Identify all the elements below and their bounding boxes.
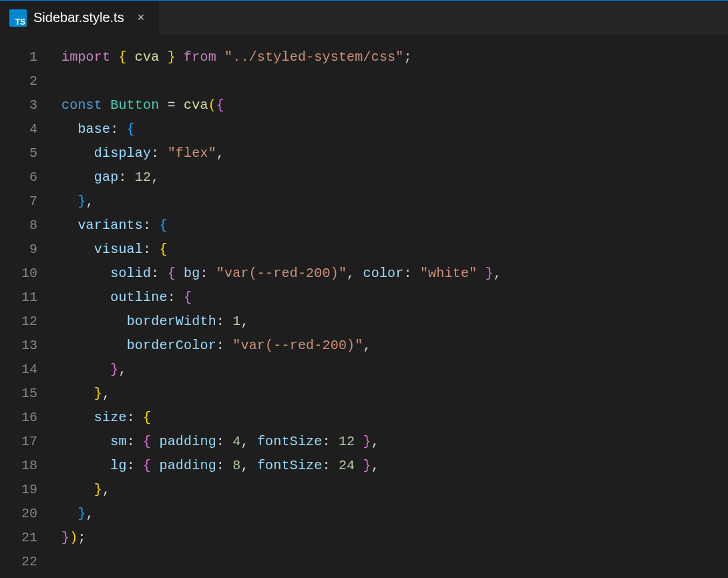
code-line: 17 sm: { padding: 4, fontSize: 12 }, xyxy=(0,430,728,454)
code-content: }, xyxy=(61,382,110,406)
code-line: 22 xyxy=(0,550,728,574)
code-content: sm: { padding: 4, fontSize: 12 }, xyxy=(61,430,379,454)
line-number: 8 xyxy=(0,214,61,238)
line-number: 17 xyxy=(0,430,61,454)
line-number: 19 xyxy=(0,478,61,502)
code-line: 10 solid: { bg: "var(--red-200)", color:… xyxy=(0,262,728,286)
code-editor[interactable]: 1 import { cva } from "../styled-system/… xyxy=(0,35,728,574)
code-content: variants: { xyxy=(61,214,168,238)
code-line: 1 import { cva } from "../styled-system/… xyxy=(0,45,728,69)
code-line: 9 visual: { xyxy=(0,238,728,262)
code-content: }, xyxy=(61,358,127,382)
code-content: lg: { padding: 8, fontSize: 24 }, xyxy=(61,454,379,478)
line-number: 6 xyxy=(0,166,61,190)
file-tab[interactable]: TS Sidebar.style.ts × xyxy=(0,1,160,35)
code-line: 14 }, xyxy=(0,358,728,382)
code-content: }); xyxy=(61,526,86,550)
line-number: 11 xyxy=(0,286,61,310)
line-number: 4 xyxy=(0,117,61,141)
tab-bar: TS Sidebar.style.ts × xyxy=(0,0,728,35)
code-line: 13 borderColor: "var(--red-200)", xyxy=(0,334,728,358)
line-number: 1 xyxy=(0,45,61,69)
line-number: 9 xyxy=(0,238,61,262)
code-content: outline: { xyxy=(61,286,192,310)
line-number: 21 xyxy=(0,526,61,550)
code-content: const Button = cva({ xyxy=(61,93,224,117)
line-number: 5 xyxy=(0,141,61,166)
code-content: display: "flex", xyxy=(61,141,224,166)
code-line: 18 lg: { padding: 8, fontSize: 24 }, xyxy=(0,454,728,478)
code-content: solid: { bg: "var(--red-200)", color: "w… xyxy=(61,262,502,286)
line-number: 3 xyxy=(0,93,61,117)
code-line: 11 outline: { xyxy=(0,286,728,310)
code-content: base: { xyxy=(61,117,135,141)
code-content: }, xyxy=(61,478,110,502)
code-line: 15 }, xyxy=(0,382,728,406)
typescript-icon: TS xyxy=(9,9,27,27)
line-number: 13 xyxy=(0,334,61,358)
close-icon[interactable]: × xyxy=(135,9,148,26)
code-content: }, xyxy=(61,190,94,214)
code-line: 12 borderWidth: 1, xyxy=(0,310,728,334)
line-number: 10 xyxy=(0,262,61,286)
line-number: 20 xyxy=(0,502,61,526)
code-line: 19 }, xyxy=(0,478,728,502)
code-content: size: { xyxy=(61,406,151,430)
code-content: visual: { xyxy=(61,238,168,262)
code-content: gap: 12, xyxy=(61,166,159,190)
code-line: 20 }, xyxy=(0,502,728,526)
line-number: 16 xyxy=(0,406,61,430)
code-content: import { cva } from "../styled-system/cs… xyxy=(61,45,412,69)
code-line: 7 }, xyxy=(0,190,728,214)
code-line: 2 xyxy=(0,69,728,93)
line-number: 2 xyxy=(0,69,61,93)
code-line: 3 const Button = cva({ xyxy=(0,93,728,117)
code-line: 6 gap: 12, xyxy=(0,166,728,190)
code-content: borderColor: "var(--red-200)", xyxy=(61,334,371,358)
line-number: 7 xyxy=(0,190,61,214)
code-line: 16 size: { xyxy=(0,406,728,430)
code-line: 21 }); xyxy=(0,526,728,550)
line-number: 15 xyxy=(0,382,61,406)
line-number: 18 xyxy=(0,454,61,478)
code-content: borderWidth: 1, xyxy=(61,310,249,334)
code-line: 5 display: "flex", xyxy=(0,141,728,166)
code-line: 4 base: { xyxy=(0,117,728,141)
code-line: 8 variants: { xyxy=(0,214,728,238)
line-number: 14 xyxy=(0,358,61,382)
line-number: 22 xyxy=(0,550,61,574)
tab-filename: Sidebar.style.ts xyxy=(33,10,124,25)
code-content: }, xyxy=(61,502,94,526)
line-number: 12 xyxy=(0,310,61,334)
